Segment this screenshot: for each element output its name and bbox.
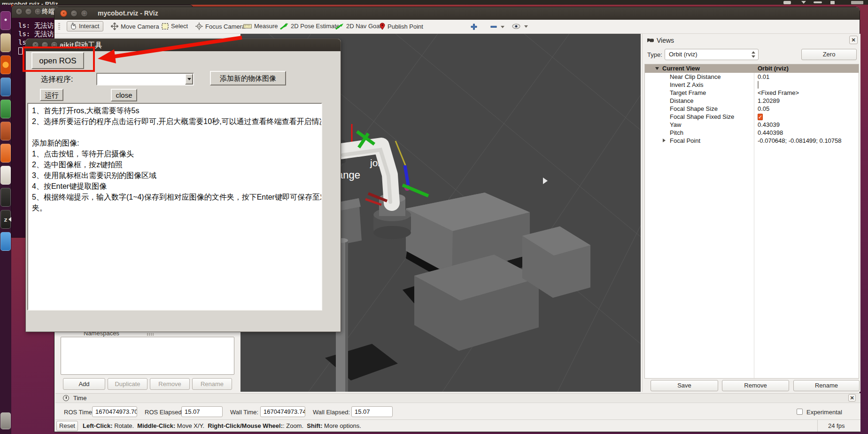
toolbar-grip[interactable]	[58, 23, 60, 31]
input-menu-caret-icon[interactable]	[801, 1, 806, 4]
time-panel-close-icon[interactable]: ✕	[848, 394, 856, 402]
libreoffice-impress-icon[interactable]	[0, 122, 11, 140]
terminal-app-icon[interactable]	[0, 188, 11, 207]
property-value[interactable]: -0.070648; -0.081499; 0.10758	[758, 137, 842, 145]
property-value[interactable]: <Fixed Frame>	[758, 89, 799, 97]
files-icon[interactable]	[0, 33, 11, 52]
instruction-line: 添加新的图像:	[32, 138, 318, 148]
property-name: Target Frame	[670, 89, 706, 97]
rviz-titlebar[interactable]: × – ▢ mycobot.rviz - RViz	[54, 7, 860, 20]
current-view-header-row[interactable]: Current View Orbit (rviz)	[645, 64, 859, 73]
battery-indicator-icon[interactable]	[814, 1, 822, 3]
instructions-textarea[interactable]: 1、首先打开ros,大概需要等待5s 2、选择所要运行的程序点击运行即可,开启大…	[27, 103, 322, 310]
text-editor-icon[interactable]	[0, 232, 11, 251]
displays-list[interactable]	[61, 337, 234, 375]
move-camera-tool-button[interactable]: Move Camera	[111, 23, 159, 30]
run-button[interactable]: 运行	[40, 89, 63, 101]
add-display-button[interactable]: Add	[63, 378, 105, 390]
interact-tool-button[interactable]: Interact	[67, 21, 103, 31]
rviz-close-icon[interactable]: ×	[60, 10, 67, 17]
property-row[interactable]: Focal Shape Fixed Size	[645, 113, 859, 121]
property-row[interactable]: Focal Shape Size 0.05	[645, 105, 859, 113]
instruction-line	[32, 127, 318, 138]
invert-z-axis-checkbox[interactable]	[758, 81, 759, 89]
nav-goal-tool-button[interactable]: 2D Nav Goal	[335, 23, 381, 30]
reset-button[interactable]: Reset	[56, 421, 78, 431]
select-tool-button[interactable]: Select	[162, 23, 188, 30]
add-tool-button[interactable]	[471, 23, 477, 30]
wall-elapsed-input[interactable]	[351, 406, 393, 417]
property-value[interactable]: 0.01	[758, 73, 769, 81]
property-value[interactable]: 0.05	[758, 105, 769, 113]
aikit-dialog: × – ▢ aikit启动工具 open ROS 选择程序: 添加新的物体图像 …	[25, 39, 341, 332]
property-row[interactable]: Target Frame <Fixed Frame>	[645, 89, 859, 97]
combo-dropdown-icon[interactable]	[185, 74, 193, 85]
property-value[interactable]: 0.43039	[758, 121, 780, 129]
time-panel-header[interactable]: Time ✕	[55, 394, 860, 403]
zero-button[interactable]: Zero	[801, 49, 857, 60]
terminal-minimize-icon[interactable]: –	[25, 8, 32, 15]
rviz-maximize-icon[interactable]: ▢	[81, 10, 88, 17]
focal-shape-fixed-size-checkbox[interactable]	[758, 114, 763, 120]
view-type-select[interactable]: Orbit (rviz)	[665, 49, 759, 60]
rename-view-button[interactable]: Rename	[793, 380, 860, 391]
view-properties-table: Current View Orbit (rviz) Near Clip Dist…	[644, 64, 859, 379]
wall-time-input[interactable]	[260, 406, 305, 417]
keyboard-indicator-icon[interactable]	[783, 1, 791, 4]
property-value: Orbit (rviz)	[758, 64, 789, 73]
rename-display-button[interactable]: Rename	[192, 378, 232, 390]
ros-elapsed-input[interactable]	[181, 406, 223, 417]
remove-view-button[interactable]: Remove	[722, 380, 789, 391]
collapsed-arrow-icon[interactable]	[663, 139, 666, 142]
property-row[interactable]: Pitch 0.440398	[645, 129, 859, 137]
property-row[interactable]: Invert Z Axis	[645, 81, 859, 89]
splitter-grip[interactable]	[147, 333, 154, 336]
ros-time-input[interactable]	[92, 406, 137, 417]
libreoffice-calc-icon[interactable]	[0, 100, 11, 118]
tool-label: 2D Pose Estimate	[291, 23, 340, 30]
firefox-icon[interactable]	[0, 55, 11, 74]
save-view-button[interactable]: Save	[651, 380, 718, 391]
annotation-highlight-rectangle	[23, 46, 95, 72]
property-value[interactable]: 0.440398	[758, 129, 783, 137]
clock-indicator[interactable]	[851, 1, 863, 4]
property-row[interactable]: Yaw 0.43039	[645, 121, 859, 129]
expand-arrow-icon[interactable]	[655, 67, 659, 70]
libreoffice-writer-icon[interactable]	[0, 78, 11, 96]
remove-tool-button[interactable]	[490, 23, 504, 30]
program-select[interactable]	[96, 73, 194, 85]
duplicate-display-button[interactable]: Duplicate	[108, 378, 147, 390]
pose-estimate-tool-button[interactable]: 2D Pose Estimate	[280, 23, 340, 30]
property-row[interactable]: Distance 1.20289	[645, 97, 859, 105]
ubuntu-dash-icon[interactable]	[0, 11, 11, 30]
property-value[interactable]: 1.20289	[758, 97, 780, 105]
close-button[interactable]: close	[111, 89, 137, 101]
add-object-image-button[interactable]: 添加新的物体图像	[210, 71, 286, 85]
experimental-checkbox[interactable]	[797, 409, 803, 415]
software-center-icon[interactable]	[0, 144, 11, 163]
trash-icon[interactable]	[0, 412, 11, 429]
yaw-axis-line	[395, 141, 406, 166]
measure-tool-button[interactable]: Measure	[243, 23, 278, 30]
property-name: Distance	[670, 97, 694, 105]
panel-collapse-handle-icon[interactable]	[543, 178, 548, 184]
amazon-icon[interactable]	[0, 166, 11, 185]
instruction-line: 夹。	[32, 202, 318, 213]
terminal-cursor	[18, 47, 23, 54]
views-panel-header[interactable]: Views ✕	[643, 34, 860, 47]
views-close-icon[interactable]: ✕	[849, 36, 858, 44]
green-arrow-icon	[335, 23, 344, 30]
focus-camera-tool-button[interactable]: Focus Camera	[195, 23, 245, 30]
spinner-arrows-icon[interactable]	[751, 51, 756, 58]
instruction-line: 3、使用鼠标框出需要识别的图像区域	[32, 170, 318, 181]
rviz-minimize-icon[interactable]: –	[70, 10, 78, 17]
publish-point-tool-button[interactable]: Publish Point	[380, 23, 423, 30]
property-row[interactable]: Focal Point -0.070648; -0.081499; 0.1075…	[645, 137, 859, 145]
terminal-maximize-icon[interactable]: ▢	[34, 8, 41, 15]
terminal-close-icon[interactable]: ×	[16, 8, 23, 15]
visibility-tool-button[interactable]	[512, 23, 528, 29]
program-select-value[interactable]	[97, 74, 185, 85]
property-row[interactable]: Near Clip Distance 0.01	[645, 73, 859, 81]
sound-indicator-icon[interactable]	[830, 1, 835, 4]
remove-display-button[interactable]: Remove	[150, 378, 190, 390]
